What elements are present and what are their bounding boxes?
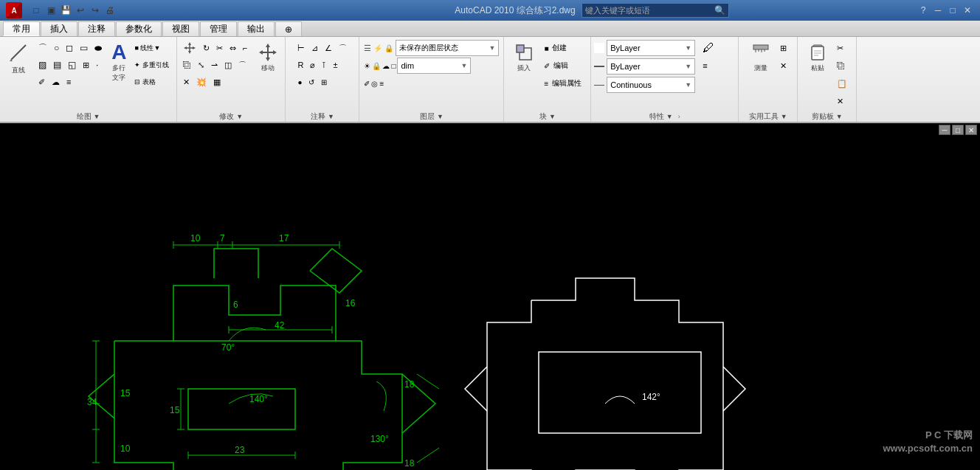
ellipse-btn[interactable]: ⬬	[92, 40, 105, 56]
draw-chevron[interactable]: ▼	[94, 113, 100, 120]
point-btn[interactable]: ·	[93, 57, 101, 73]
dim-arc-btn[interactable]: ⌒	[336, 40, 350, 56]
minimize-icon[interactable]: ─	[931, 4, 945, 17]
multilinetext-button[interactable]: A 多行文字	[108, 40, 130, 110]
search-icon[interactable]: 🔍	[714, 5, 725, 15]
color-dropdown[interactable]: ByLayer ▼	[607, 40, 695, 56]
fillet-btn[interactable]: ⌐	[240, 40, 250, 56]
scale-btn[interactable]: ⤡	[195, 57, 207, 73]
insert-button[interactable]: 插入	[510, 40, 538, 75]
layer-chevron[interactable]: ▼	[437, 113, 444, 120]
tab-output[interactable]: 输出	[238, 21, 275, 36]
tab-view[interactable]: 视图	[162, 21, 199, 36]
modify-chevron[interactable]: ▼	[236, 113, 243, 120]
mirror-btn[interactable]: ⇔	[227, 40, 239, 56]
tab-insert[interactable]: 插入	[41, 21, 77, 36]
tab-parametric[interactable]: 参数化	[116, 21, 162, 36]
line-button[interactable]: 直线	[4, 40, 32, 77]
annotate-chevron[interactable]: ▼	[328, 113, 334, 120]
create-block-btn[interactable]: ■ 创建	[541, 40, 584, 56]
canvas-close-btn[interactable]: ✕	[965, 125, 977, 135]
erase-btn[interactable]: ✕	[180, 74, 193, 90]
tolerance-btn[interactable]: ±	[330, 57, 340, 73]
dim-diameter-btn[interactable]: ⌀	[307, 57, 318, 73]
extend-btn[interactable]: ⇀	[208, 57, 221, 73]
search-bar[interactable]: 键入关键字或短语 🔍	[582, 3, 729, 18]
multiline-btn[interactable]: ≡	[63, 74, 74, 90]
print-icon[interactable]: 🖨	[103, 4, 117, 17]
trim-btn[interactable]: ✂	[213, 40, 226, 56]
linetype-dropdown[interactable]: ByLayer ▼	[607, 58, 695, 75]
help-icon[interactable]: ?	[917, 4, 930, 17]
clipboard-chevron[interactable]: ▼	[836, 113, 843, 120]
wipeout-btn[interactable]: ✐	[35, 74, 48, 90]
array-btn[interactable]: ▦	[210, 74, 224, 90]
svg-line-0	[11, 45, 26, 60]
rect-btn[interactable]: ▭	[77, 40, 91, 56]
paste-button[interactable]: 粘贴	[804, 40, 832, 75]
maximize-icon[interactable]: □	[946, 4, 959, 17]
hatch-btn[interactable]: ▨	[35, 57, 49, 73]
dim-140: 140°	[249, 394, 268, 404]
copy-btn[interactable]: ⿻	[180, 57, 194, 73]
linestyle-btn[interactable]: ■ 线性▼	[131, 40, 172, 56]
cad-canvas[interactable]: ─ □ ✕	[0, 123, 980, 470]
cut-btn[interactable]: ✂	[834, 40, 850, 56]
arc-btn[interactable]: ◻	[63, 40, 76, 56]
chamfer-btn[interactable]: ⌒	[235, 57, 249, 73]
offset-btn[interactable]: ◫	[221, 57, 235, 73]
util-btn2[interactable]: ✕	[777, 58, 790, 74]
revision-btn[interactable]: ☁	[49, 74, 63, 90]
move-btn[interactable]	[180, 40, 199, 56]
layer-dim-dropdown[interactable]: dim ▼	[397, 58, 471, 74]
open-icon[interactable]: ▣	[44, 4, 58, 17]
table2-btn[interactable]: ⊟ 表格	[131, 74, 172, 90]
util-btn1[interactable]: ⊞	[777, 40, 790, 56]
edit-attr-btn[interactable]: ≡ 编辑属性	[541, 75, 584, 91]
circle-btn[interactable]: ○	[51, 40, 62, 56]
close-icon[interactable]: ✕	[961, 4, 974, 17]
multilinetext-label: 多行文字	[112, 63, 125, 83]
save-icon[interactable]: 💾	[59, 4, 72, 17]
redo-icon[interactable]: ↪	[89, 4, 102, 17]
dim-ordinate-btn[interactable]: ⊺	[319, 57, 329, 73]
canvas-restore-btn[interactable]: □	[952, 125, 964, 135]
polyline-btn[interactable]: ⌒	[35, 40, 50, 56]
utilities-chevron[interactable]: ▼	[781, 113, 787, 120]
dim-style-btn[interactable]: ●	[294, 74, 305, 90]
block-chevron[interactable]: ▼	[549, 113, 556, 120]
multileader-btn[interactable]: ✦ 多重引线	[131, 57, 172, 73]
dim-130: 130°	[370, 434, 389, 444]
tab-plus[interactable]: ⊕	[275, 21, 302, 36]
delete-btn[interactable]: ✕	[834, 93, 850, 109]
canvas-minimize-btn[interactable]: ─	[939, 125, 950, 135]
region-btn[interactable]: ◱	[65, 57, 79, 73]
tab-home[interactable]: 常用	[3, 21, 40, 36]
paste-special-btn[interactable]: 📋	[834, 75, 850, 91]
new-icon[interactable]: □	[30, 4, 43, 17]
ribbon-section-annotate: ⊢ ⊿ ∠ ⌒ R ⌀ ⊺ ± ● ↺ ⊞	[286, 37, 359, 122]
table-btn[interactable]: ⊞	[80, 57, 92, 73]
undo-icon[interactable]: ↩	[74, 4, 87, 17]
explode-btn[interactable]: 💥	[193, 74, 210, 90]
tab-manage[interactable]: 管理	[200, 21, 237, 36]
move-big-btn[interactable]: 移动	[254, 40, 282, 75]
dim-radius-btn[interactable]: R	[294, 57, 306, 73]
dim-baseline-btn[interactable]: ⊞	[318, 74, 330, 90]
match-prop-btn[interactable]: 🖊	[700, 40, 717, 56]
linetype2-dropdown[interactable]: Continuous ▼	[607, 77, 695, 93]
properties-chevron[interactable]: ▼	[666, 113, 673, 120]
prop-list-btn[interactable]: ≡	[700, 58, 717, 74]
tab-annotate[interactable]: 注释	[78, 21, 115, 36]
gradient-btn[interactable]: ▤	[50, 57, 64, 73]
measure-button[interactable]: 测量	[747, 40, 775, 75]
dim-aligned-btn[interactable]: ⊿	[308, 40, 321, 56]
dim-linear-btn[interactable]: ⊢	[294, 40, 308, 56]
dim-update-btn[interactable]: ↺	[306, 74, 317, 90]
rotate-btn[interactable]: ↻	[200, 40, 213, 56]
copy2-btn[interactable]: ⿻	[834, 58, 850, 74]
dim-angular-btn[interactable]: ∠	[322, 40, 335, 56]
layer-state-dropdown[interactable]: 未保存的图层状态 ▼	[396, 40, 499, 56]
svg-rect-11	[517, 45, 524, 52]
edit-block-btn[interactable]: ✐ 编辑	[541, 58, 584, 74]
